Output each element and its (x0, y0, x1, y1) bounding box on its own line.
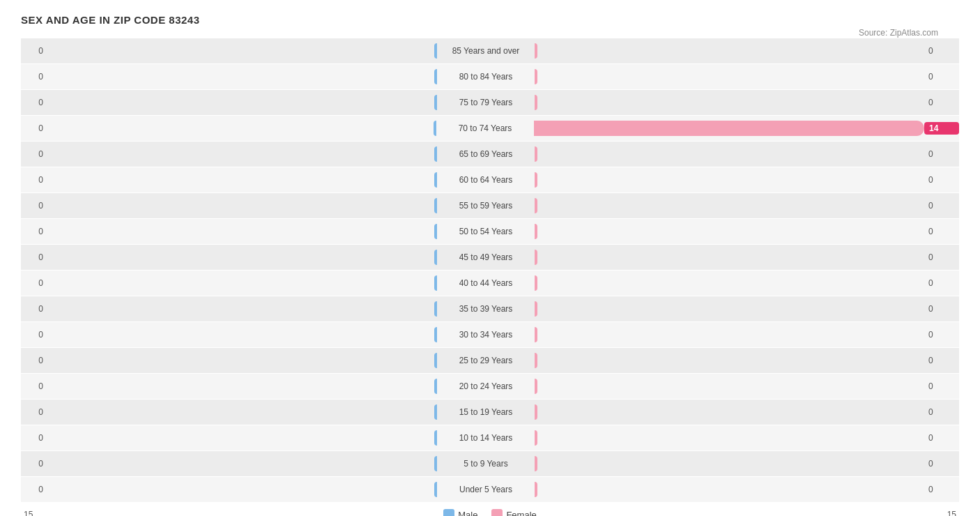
left-value: 0 (21, 304, 47, 314)
female-bar (535, 43, 537, 59)
left-value: 0 (21, 407, 47, 417)
male-bar-wrap (47, 68, 437, 86)
bar-center: 85 Years and over (47, 38, 924, 63)
age-label: 30 to 34 Years (437, 330, 535, 340)
female-bar (535, 301, 537, 317)
right-value: 0 (924, 407, 959, 417)
legend-items: Male Female (443, 509, 537, 516)
age-label: 70 to 74 Years (436, 123, 534, 133)
axis-left-label: 15 (24, 510, 45, 516)
female-bar-wrap (535, 68, 924, 86)
female-bar-wrap (535, 480, 924, 499)
bar-center: 80 to 84 Years (47, 64, 924, 89)
bar-row: 0 20 to 24 Years 0 (21, 374, 959, 399)
bar-row: 0 80 to 84 Years 0 (21, 64, 959, 89)
right-value: 0 (924, 46, 959, 56)
right-value: 0 (924, 252, 959, 262)
female-bar (535, 250, 537, 265)
age-label: 65 to 69 Years (437, 149, 535, 159)
female-bar-wrap (535, 171, 924, 189)
male-bar-wrap (47, 403, 437, 421)
female-bar-wrap (535, 403, 924, 421)
female-bar (535, 172, 537, 188)
left-value: 0 (21, 227, 47, 236)
male-bar-wrap (47, 274, 437, 292)
age-label: 55 to 59 Years (437, 201, 535, 211)
female-bar (535, 69, 537, 84)
left-value: 0 (21, 98, 47, 107)
female-bar-wrap (535, 197, 924, 215)
bar-row: 0 10 to 14 Years 0 (21, 425, 959, 450)
female-bar-wrap (535, 351, 924, 370)
axis-right-label: 15 (935, 510, 956, 516)
age-label: 75 to 79 Years (437, 98, 535, 107)
right-value: 0 (924, 304, 959, 314)
age-label: 60 to 64 Years (437, 175, 535, 185)
age-label: 85 Years and over (437, 46, 535, 56)
male-bar-wrap (47, 222, 437, 241)
bar-center: 65 to 69 Years (47, 142, 924, 167)
age-label: 40 to 44 Years (437, 278, 535, 288)
female-bar-wrap (534, 119, 924, 137)
bar-row: 0 60 to 64 Years 0 (21, 167, 959, 192)
right-value: 0 (924, 227, 959, 236)
female-bar (535, 456, 537, 471)
bar-row: 0 30 to 34 Years 0 (21, 322, 959, 347)
male-bar-wrap (47, 351, 437, 370)
female-bar-wrap (535, 93, 924, 112)
female-bar (535, 224, 537, 239)
source-label: Source: ZipAtlas.com (859, 28, 938, 38)
right-value: 0 (924, 278, 959, 288)
bar-center: 45 to 49 Years (47, 245, 924, 270)
age-label: 35 to 39 Years (437, 304, 535, 314)
legend-row: 15 Male Female 15 (21, 509, 959, 516)
left-value: 0 (21, 175, 47, 185)
male-bar-wrap (47, 480, 437, 499)
chart-title: SEX AND AGE IN ZIP CODE 83243 (21, 14, 959, 26)
bar-row: 0 75 to 79 Years 0 (21, 90, 959, 115)
left-value: 0 (21, 46, 47, 56)
bar-center: 10 to 14 Years (47, 425, 924, 450)
left-value: 0 (21, 149, 47, 159)
male-bar-wrap (47, 377, 437, 395)
bar-center: 15 to 19 Years (47, 400, 924, 425)
bar-center: 75 to 79 Years (47, 90, 924, 115)
right-value: 0 (924, 201, 959, 211)
left-value: 0 (21, 72, 47, 82)
right-value: 0 (924, 72, 959, 82)
legend-male: Male (443, 509, 477, 516)
left-value: 0 (21, 201, 47, 211)
chart-area: 0 85 Years and over 0 0 80 to 84 Years 0… (21, 38, 959, 502)
female-bar-wrap (535, 222, 924, 241)
right-value: 14 (924, 122, 959, 135)
left-value: 0 (21, 123, 47, 133)
bar-row: 0 25 to 29 Years 0 (21, 348, 959, 373)
female-bar (535, 430, 537, 446)
right-value: 0 (924, 485, 959, 494)
female-bar-wrap (535, 300, 924, 318)
male-bar-wrap (47, 455, 437, 473)
bar-row: 0 45 to 49 Years 0 (21, 245, 959, 270)
male-bar-wrap (47, 93, 437, 112)
bar-row: 0 50 to 54 Years 0 (21, 219, 959, 244)
right-value: 0 (924, 433, 959, 443)
female-bar-wrap (535, 145, 924, 163)
right-value: 0 (924, 356, 959, 365)
female-bar (535, 95, 537, 110)
bar-center: 5 to 9 Years (47, 451, 924, 476)
age-label: Under 5 Years (437, 485, 535, 494)
female-bar-wrap (535, 274, 924, 292)
female-bar (535, 146, 537, 162)
bar-center: 70 to 74 Years (47, 116, 924, 141)
bar-center: 60 to 64 Years (47, 167, 924, 192)
male-swatch (443, 509, 454, 516)
left-value: 0 (21, 356, 47, 365)
right-value: 0 (924, 381, 959, 391)
female-label: Female (506, 510, 536, 517)
male-bar-wrap (47, 248, 437, 266)
male-label: Male (458, 510, 477, 517)
male-bar-wrap (47, 42, 437, 60)
female-bar (534, 121, 924, 136)
bar-row: 0 15 to 19 Years 0 (21, 400, 959, 425)
right-value: 0 (924, 175, 959, 185)
